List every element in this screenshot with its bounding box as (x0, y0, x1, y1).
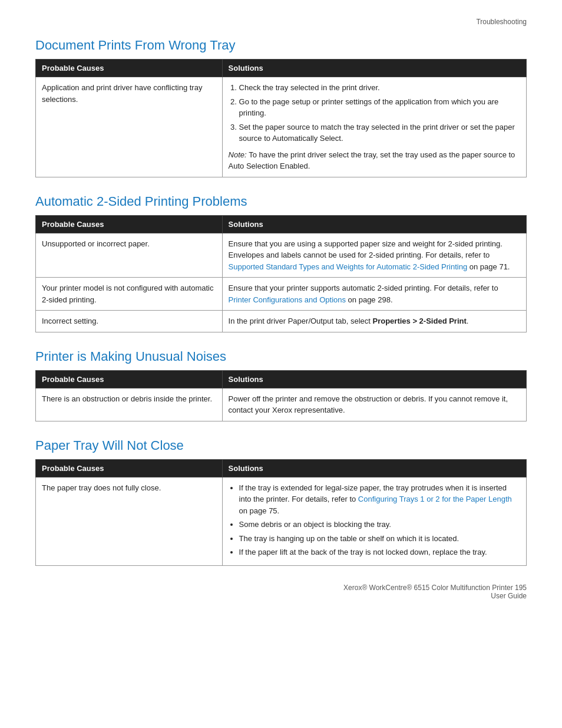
section-noises-title: Printer is Making Unusual Noises (35, 349, 527, 364)
list-item: If the paper lift at the back of the tra… (239, 546, 520, 558)
section-wrong-tray-header-solution: Solutions (222, 60, 526, 77)
cause-cell: Incorrect setting. (36, 311, 223, 332)
list-item: Set the paper source to match the tray s… (239, 121, 520, 144)
note-text: Note: To have the print driver select th… (229, 149, 520, 172)
footer-line2: User Guide (35, 592, 527, 600)
section-noises-header-cause: Probable Causes (36, 370, 223, 388)
solution-cell: If the tray is extended for legal-size p… (222, 477, 526, 565)
list-item: Some debris or an object is blocking the… (239, 519, 520, 531)
cause-cell: Unsupported or incorrect paper. (36, 233, 223, 278)
list-item: Check the tray selected in the print dri… (239, 82, 520, 94)
solution-text: In the print driver Paper/Output tab, se… (229, 315, 520, 327)
section-wrong-tray-header-cause: Probable Causes (36, 60, 223, 77)
section-wrong-tray: Document Prints From Wrong TrayProbable … (35, 38, 527, 177)
section-tray-header-solution: Solutions (222, 459, 526, 477)
solution-cell: In the print driver Paper/Output tab, se… (222, 311, 526, 332)
solution-link[interactable]: Printer Configurations and Options (229, 295, 346, 304)
section-noises-header-solution: Solutions (222, 370, 526, 388)
header-label: Troubleshooting (476, 18, 527, 26)
table-row: Application and print driver have confli… (36, 77, 527, 177)
cause-cell: Your printer model is not configured wit… (36, 278, 223, 311)
section-tray-table: Probable CausesSolutionsThe paper tray d… (35, 459, 527, 566)
main-content: Document Prints From Wrong TrayProbable … (35, 38, 527, 566)
section-2sided: Automatic 2-Sided Printing ProblemsProba… (35, 194, 527, 332)
cause-cell: The paper tray does not fully close. (36, 477, 223, 565)
cause-cell: There is an obstruction or debris inside… (36, 388, 223, 421)
solution-bullets: If the tray is extended for legal-size p… (229, 482, 520, 558)
cause-cell: Application and print driver have confli… (36, 77, 223, 177)
solution-cell: Power off the printer and remove the obs… (222, 388, 526, 421)
section-2sided-title: Automatic 2-Sided Printing Problems (35, 194, 527, 209)
solution-cell: Check the tray selected in the print dri… (222, 77, 526, 177)
list-item: If the tray is extended for legal-size p… (239, 482, 520, 517)
section-tray: Paper Tray Will Not CloseProbable Causes… (35, 438, 527, 566)
footer-line1: Xerox® WorkCentre® 6515 Color Multifunct… (35, 584, 527, 592)
section-tray-header-cause: Probable Causes (36, 459, 223, 477)
solution-text: Power off the printer and remove the obs… (229, 393, 520, 416)
table-row: Unsupported or incorrect paper.Ensure th… (36, 233, 527, 278)
section-wrong-tray-title: Document Prints From Wrong Tray (35, 38, 527, 53)
section-2sided-header-solution: Solutions (222, 215, 526, 233)
table-row: Incorrect setting.In the print driver Pa… (36, 311, 527, 332)
page-header: Troubleshooting (35, 18, 527, 26)
list-item: Go to the page setup or printer settings… (239, 96, 520, 119)
section-2sided-header-cause: Probable Causes (36, 215, 223, 233)
solution-bold: Properties > 2-Sided Print (373, 317, 467, 325)
solution-cell: Ensure that you are using a supported pa… (222, 233, 526, 278)
table-row: Your printer model is not configured wit… (36, 278, 527, 311)
solution-text: Ensure that your printer supports automa… (229, 282, 520, 305)
table-row: There is an obstruction or debris inside… (36, 388, 527, 421)
section-2sided-table: Probable CausesSolutionsUnsupported or i… (35, 215, 527, 332)
section-wrong-tray-table: Probable CausesSolutionsApplication and … (35, 59, 527, 177)
section-noises: Printer is Making Unusual NoisesProbable… (35, 349, 527, 421)
solution-list: Check the tray selected in the print dri… (229, 82, 520, 144)
solution-link[interactable]: Configuring Trays 1 or 2 for the Paper L… (358, 495, 512, 503)
list-item: The tray is hanging up on the table or s… (239, 533, 520, 545)
solution-text: Ensure that you are using a supported pa… (229, 238, 520, 273)
section-tray-title: Paper Tray Will Not Close (35, 438, 527, 453)
solution-cell: Ensure that your printer supports automa… (222, 278, 526, 311)
table-row: The paper tray does not fully close.If t… (36, 477, 527, 565)
page-footer: Xerox® WorkCentre® 6515 Color Multifunct… (35, 584, 527, 600)
solution-link[interactable]: Supported Standard Types and Weights for… (229, 262, 468, 271)
section-noises-table: Probable CausesSolutionsThere is an obst… (35, 370, 527, 421)
